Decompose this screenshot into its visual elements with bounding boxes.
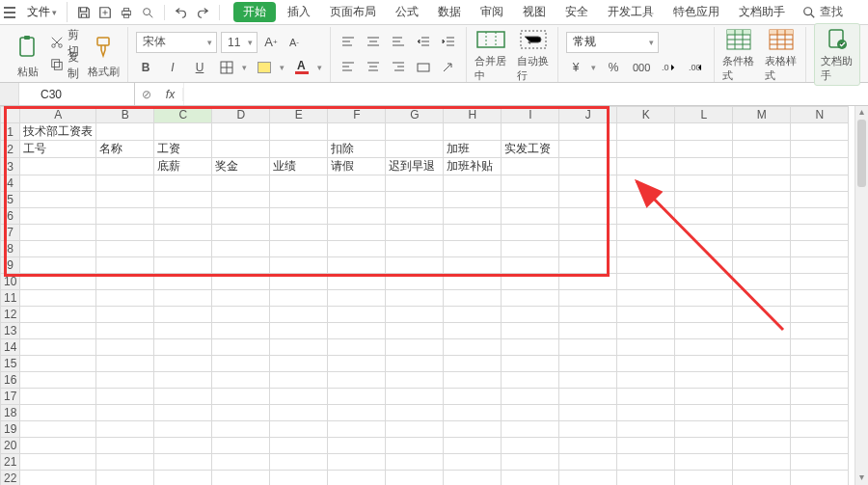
- column-header[interactable]: C: [154, 107, 212, 123]
- decrease-font-button[interactable]: A-: [285, 33, 304, 52]
- cell[interactable]: [212, 225, 270, 241]
- cell[interactable]: [791, 454, 849, 471]
- cell[interactable]: [675, 323, 733, 339]
- print-preview-icon[interactable]: [139, 4, 156, 21]
- table-style-button[interactable]: 表格样式: [765, 26, 798, 83]
- cell[interactable]: [96, 307, 154, 323]
- chevron-down-icon[interactable]: ▾: [280, 63, 285, 72]
- cell[interactable]: [444, 389, 502, 405]
- cell[interactable]: [20, 208, 96, 225]
- column-header[interactable]: J: [559, 107, 617, 123]
- cell[interactable]: [270, 438, 328, 454]
- row-header[interactable]: 21: [1, 454, 20, 471]
- cell[interactable]: [675, 339, 733, 356]
- row-header[interactable]: 12: [1, 307, 20, 323]
- cell[interactable]: 加班补贴: [444, 158, 502, 175]
- cell[interactable]: [328, 274, 386, 290]
- cell[interactable]: [444, 257, 502, 274]
- bold-button[interactable]: B: [136, 58, 155, 77]
- cell[interactable]: [675, 356, 733, 372]
- cell[interactable]: [444, 372, 502, 389]
- cell[interactable]: [328, 123, 386, 141]
- cell[interactable]: [675, 123, 733, 141]
- cell[interactable]: [675, 241, 733, 257]
- row-header[interactable]: 17: [1, 389, 20, 405]
- cell[interactable]: 加班: [444, 141, 502, 158]
- format-painter-button[interactable]: 格式刷: [87, 31, 120, 79]
- cell[interactable]: [20, 421, 96, 438]
- cell[interactable]: [559, 141, 617, 158]
- cell[interactable]: [270, 123, 328, 141]
- row-header[interactable]: 4: [1, 175, 20, 192]
- cell[interactable]: [559, 421, 617, 438]
- cell[interactable]: [502, 192, 559, 208]
- cell[interactable]: [96, 241, 154, 257]
- cell[interactable]: [791, 356, 849, 372]
- cell[interactable]: [733, 158, 791, 175]
- cell[interactable]: [502, 389, 559, 405]
- cell[interactable]: [617, 257, 675, 274]
- column-header[interactable]: A: [20, 107, 96, 123]
- cell[interactable]: [212, 141, 270, 158]
- ribbon-tab[interactable]: 插入: [278, 0, 320, 24]
- cell[interactable]: [328, 438, 386, 454]
- cell[interactable]: [96, 471, 154, 486]
- cell[interactable]: [502, 123, 559, 141]
- cell[interactable]: [270, 192, 328, 208]
- cell[interactable]: [444, 471, 502, 486]
- select-all-button[interactable]: [1, 107, 20, 123]
- row-header[interactable]: 5: [1, 192, 20, 208]
- cell[interactable]: [733, 307, 791, 323]
- align-bottom-button[interactable]: [389, 33, 408, 52]
- cell[interactable]: [733, 438, 791, 454]
- cell[interactable]: [444, 323, 502, 339]
- cell[interactable]: [386, 225, 444, 241]
- cell[interactable]: [559, 389, 617, 405]
- cell[interactable]: [444, 307, 502, 323]
- cell[interactable]: [154, 290, 212, 307]
- ribbon-tab[interactable]: 安全: [556, 0, 598, 24]
- row-header[interactable]: 8: [1, 241, 20, 257]
- cell[interactable]: [675, 454, 733, 471]
- cell[interactable]: [386, 421, 444, 438]
- increase-font-button[interactable]: A+: [261, 33, 281, 52]
- cell[interactable]: [675, 192, 733, 208]
- cell[interactable]: [386, 323, 444, 339]
- scroll-down-icon[interactable]: ▾: [855, 472, 868, 485]
- increase-decimal-button[interactable]: .0: [660, 58, 679, 77]
- cell[interactable]: [154, 307, 212, 323]
- column-header[interactable]: G: [386, 107, 444, 123]
- underline-button[interactable]: U: [190, 58, 209, 77]
- currency-button[interactable]: ¥: [566, 58, 585, 77]
- cell[interactable]: [154, 389, 212, 405]
- cell[interactable]: [270, 274, 328, 290]
- cell[interactable]: [386, 372, 444, 389]
- grid[interactable]: ABCDEFGHIJKLMN1技术部工资表2工号名称工资扣除加班实发工资3底薪奖…: [0, 106, 849, 485]
- row-header[interactable]: 9: [1, 257, 20, 274]
- cell[interactable]: [20, 290, 96, 307]
- cell[interactable]: [502, 307, 559, 323]
- cell[interactable]: [675, 225, 733, 241]
- cell[interactable]: [502, 405, 559, 421]
- cell[interactable]: [96, 274, 154, 290]
- cell[interactable]: [96, 225, 154, 241]
- cell[interactable]: [96, 372, 154, 389]
- cell[interactable]: [212, 257, 270, 274]
- formula-input[interactable]: [183, 83, 868, 105]
- cell[interactable]: [733, 356, 791, 372]
- cell[interactable]: [791, 192, 849, 208]
- cell[interactable]: [20, 274, 96, 290]
- row-header[interactable]: 20: [1, 438, 20, 454]
- cell[interactable]: [559, 290, 617, 307]
- ribbon-tab[interactable]: 开发工具: [598, 0, 664, 24]
- cell[interactable]: [444, 225, 502, 241]
- cell[interactable]: [96, 454, 154, 471]
- cell[interactable]: [154, 123, 212, 141]
- cell[interactable]: [270, 323, 328, 339]
- save-as-icon[interactable]: [96, 4, 114, 21]
- ribbon-tab[interactable]: 开始: [233, 2, 276, 22]
- cell[interactable]: [502, 290, 559, 307]
- row-header[interactable]: 6: [1, 208, 20, 225]
- cell[interactable]: [675, 372, 733, 389]
- cell[interactable]: 奖金: [212, 158, 270, 175]
